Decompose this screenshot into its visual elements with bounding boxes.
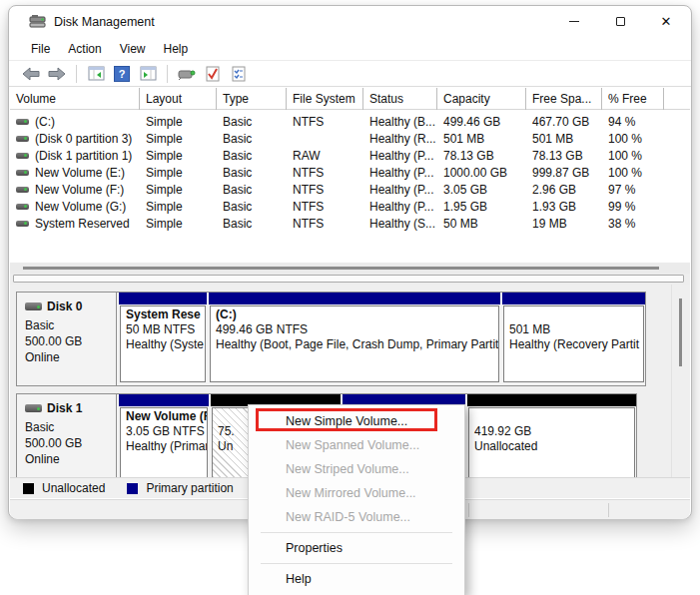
partition-recovery[interactable]: 501 MB Healthy (Recovery Partit	[502, 293, 645, 385]
device-icon[interactable]	[177, 65, 197, 83]
checklist-blue-icon[interactable]	[229, 65, 249, 83]
volume-capacity: 3.05 GB	[437, 183, 526, 197]
horizontal-scrollbar-thumb[interactable]	[13, 275, 684, 283]
column-header-volume[interactable]: Volume	[10, 88, 140, 110]
column-header-layout[interactable]: Layout	[140, 88, 217, 110]
minimize-button[interactable]	[551, 6, 597, 37]
unallocated-region[interactable]: 419.92 GB Unallocated	[467, 394, 636, 477]
disk-icon	[25, 404, 42, 412]
pane-splitter[interactable]	[10, 263, 690, 274]
help-icon[interactable]: ?	[112, 65, 132, 83]
volume-name: New Volume (G:)	[35, 200, 126, 214]
partition-system-reserved[interactable]: System Rese 50 MB NTFS Healthy (Syste	[119, 293, 207, 385]
close-button[interactable]: ✕	[643, 6, 689, 37]
menu-item-properties[interactable]: Properties	[249, 536, 464, 560]
volume-layout: Simple	[140, 115, 217, 129]
volume-capacity: 499.46 GB	[437, 115, 526, 129]
column-header-file-system[interactable]: File System	[287, 88, 363, 110]
volume-fs: NTFS	[287, 183, 363, 197]
primary-partition-bar	[119, 293, 207, 304]
volume-icon	[16, 204, 29, 210]
primary-partition-bar	[502, 293, 645, 304]
menu-item-help[interactable]: Help	[249, 567, 464, 591]
volume-type: Basic	[217, 115, 287, 129]
disk-0-label[interactable]: Disk 0 Basic 500.00 GB Online	[17, 293, 117, 385]
volume-free: 19 MB	[526, 217, 602, 231]
menu-file[interactable]: File	[22, 39, 59, 59]
partition-health: Healthy (Recovery Partit	[509, 337, 643, 352]
legend-label-unallocated: Unallocated	[42, 481, 105, 495]
vertical-scrollbar[interactable]	[671, 285, 685, 477]
disk-drive-icon	[29, 14, 46, 29]
partition-health: Unallocated	[474, 439, 634, 454]
maximize-button[interactable]	[597, 6, 643, 37]
column-header-type[interactable]: Type	[217, 88, 287, 110]
volume-free: 78.13 GB	[526, 149, 602, 163]
volume-type: Basic	[217, 149, 287, 163]
volume-free: 999.87 GB	[526, 166, 602, 180]
column-header-capacity[interactable]: Capacity	[437, 88, 526, 110]
volume-capacity: 78.13 GB	[437, 149, 526, 163]
vertical-scrollbar-thumb[interactable]	[679, 298, 682, 366]
volume-status: Healthy (P...	[363, 149, 437, 163]
horizontal-scrollbar[interactable]	[10, 274, 690, 285]
forward-icon[interactable]	[47, 65, 67, 83]
unallocated-swatch-icon	[23, 483, 34, 494]
partition-new-volume-f[interactable]: New Volume (F 3.05 GB NTFS Healthy (Prim…	[119, 394, 209, 477]
table-row[interactable]: System Reserved Simple Basic NTFS Health…	[10, 215, 690, 232]
partition-title: (C:)	[216, 307, 498, 322]
table-row[interactable]: (Disk 0 partition 3) Simple Basic Health…	[10, 130, 690, 147]
menu-separator	[261, 563, 452, 564]
partition-c-drive[interactable]: (C:) 499.46 GB NTFS Healthy (Boot, Page …	[209, 293, 500, 385]
disk-name: Disk 1	[47, 401, 82, 415]
back-icon[interactable]	[21, 65, 41, 83]
volume-free: 501 MB	[526, 132, 602, 146]
volume-layout: Simple	[140, 200, 217, 214]
volume-layout: Simple	[140, 166, 217, 180]
disk-kind: Basic	[25, 317, 116, 333]
column-header-free-space[interactable]: Free Spa...	[526, 88, 602, 110]
volume-type: Basic	[217, 217, 287, 231]
volume-pct-free: 100 %	[602, 166, 664, 180]
volume-pct-free: 100 %	[602, 149, 664, 163]
checklist-red-icon[interactable]	[203, 65, 223, 83]
volume-icon	[16, 221, 29, 227]
partition-health: Healthy (Syste	[126, 337, 205, 352]
splitter-grip-icon	[23, 267, 659, 270]
minimize-icon	[569, 21, 579, 22]
volume-pct-free: 94 %	[602, 115, 664, 129]
volume-free: 1.93 GB	[526, 200, 602, 214]
window-title: Disk Management	[54, 15, 155, 29]
menu-help[interactable]: Help	[155, 39, 198, 59]
status-divider	[468, 503, 469, 517]
table-row[interactable]: New Volume (E:) Simple Basic NTFS Health…	[10, 164, 690, 181]
volume-pct-free: 97 %	[602, 183, 664, 197]
disk-status: Online	[25, 451, 116, 467]
show-console-tree-icon[interactable]	[86, 65, 106, 83]
volume-pct-free: 100 %	[602, 132, 664, 146]
disk-0-row: Disk 0 Basic 500.00 GB Online System Res…	[16, 292, 646, 386]
volume-icon	[16, 119, 29, 125]
volume-status: Healthy (P...	[363, 166, 437, 180]
titlebar[interactable]: Disk Management ✕	[9, 6, 691, 37]
menu-item-new-simple-volume[interactable]: New Simple Volume...	[249, 409, 464, 433]
show-action-pane-icon[interactable]	[138, 65, 158, 83]
toolbar-separator	[167, 65, 168, 83]
table-row[interactable]: (Disk 1 partition 1) Simple Basic RAW He…	[10, 147, 690, 164]
volume-status: Healthy (P...	[363, 200, 437, 214]
table-row[interactable]: (C:) Simple Basic NTFS Healthy (B... 499…	[10, 113, 690, 130]
menu-view[interactable]: View	[111, 39, 155, 59]
disk-1-label[interactable]: Disk 1 Basic 500.00 GB Online	[17, 394, 117, 477]
menu-item-new-spanned-volume: New Spanned Volume...	[249, 433, 464, 457]
column-header-status[interactable]: Status	[363, 88, 437, 110]
volume-status: Healthy (R...	[363, 132, 437, 146]
column-header-pct-free[interactable]: % Free	[602, 88, 664, 110]
volume-name: (Disk 1 partition 1)	[35, 149, 132, 163]
status-divider	[608, 503, 609, 517]
table-row[interactable]: New Volume (F:) Simple Basic NTFS Health…	[10, 181, 690, 198]
volume-list: Volume Layout Type File System Status Ca…	[10, 88, 690, 263]
volume-type: Basic	[217, 166, 287, 180]
menu-action[interactable]: Action	[59, 39, 110, 59]
volume-free: 2.96 GB	[526, 183, 602, 197]
table-row[interactable]: New Volume (G:) Simple Basic NTFS Health…	[10, 198, 690, 215]
